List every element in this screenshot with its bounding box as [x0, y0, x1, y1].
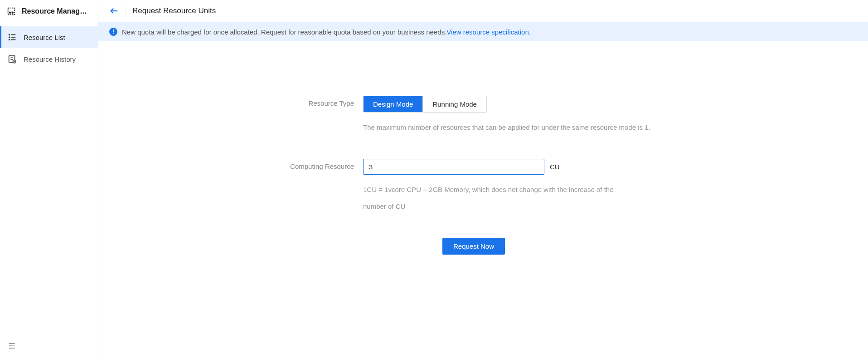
page-header: Request Resource Units [98, 0, 868, 22]
computing-resource-input[interactable] [363, 159, 544, 175]
list-icon [7, 32, 17, 42]
arrow-left-icon [109, 6, 119, 16]
sidebar-item-resource-history[interactable]: Resource History [0, 48, 98, 70]
computing-resource-label: Computing Resource [284, 159, 363, 170]
submit-row: Request Now [284, 238, 683, 255]
computing-resource-help: 1CU = 1vcore CPU + 2GB Memory, which doe… [363, 181, 617, 215]
sidebar: Resource Manag… Resource List [0, 0, 98, 359]
alert-text: New quota will be charged for once alloc… [122, 28, 446, 36]
sidebar-item-label: Resource List [24, 34, 65, 41]
form-container: Resource Type Design Mode Running Mode T… [98, 41, 868, 255]
sidebar-item-label: Resource History [24, 55, 76, 63]
sidebar-item-resource-list[interactable]: Resource List [0, 26, 98, 48]
sidebar-header: Resource Manag… [0, 0, 98, 23]
svg-rect-0 [8, 8, 15, 15]
back-button[interactable] [109, 6, 126, 16]
info-icon: ! [109, 28, 117, 36]
sidebar-title: Resource Manag… [22, 7, 87, 15]
resource-type-toggle: Design Mode Running Mode [363, 96, 487, 113]
alert-link[interactable]: View resource specification. [446, 28, 531, 36]
toggle-design-mode[interactable]: Design Mode [364, 96, 422, 112]
toggle-running-mode[interactable]: Running Mode [422, 96, 486, 112]
svg-point-2 [12, 12, 13, 13]
resource-manager-icon [6, 6, 16, 16]
sidebar-nav: Resource List Resource History [0, 23, 98, 70]
main-content: Request Resource Units ! New quota will … [98, 0, 868, 359]
alert-content: New quota will be charged for once alloc… [122, 28, 531, 36]
alert-banner: ! New quota will be charged for once all… [98, 22, 868, 41]
form-row-computing-resource: Computing Resource CU 1CU = 1vcore CPU +… [284, 159, 683, 215]
request-now-button[interactable]: Request Now [442, 238, 505, 255]
form-row-resource-type: Resource Type Design Mode Running Mode T… [284, 96, 683, 136]
resource-type-label: Resource Type [284, 96, 363, 107]
page-title: Request Resource Units [132, 6, 216, 15]
sidebar-collapse-button[interactable] [7, 341, 16, 352]
history-icon [7, 54, 17, 64]
resource-type-help: The maximum number of resources that can… [363, 119, 683, 136]
svg-point-6 [9, 34, 10, 35]
svg-point-7 [9, 37, 10, 38]
svg-point-1 [10, 12, 11, 13]
svg-point-8 [9, 39, 10, 40]
computing-resource-suffix: CU [550, 163, 560, 171]
